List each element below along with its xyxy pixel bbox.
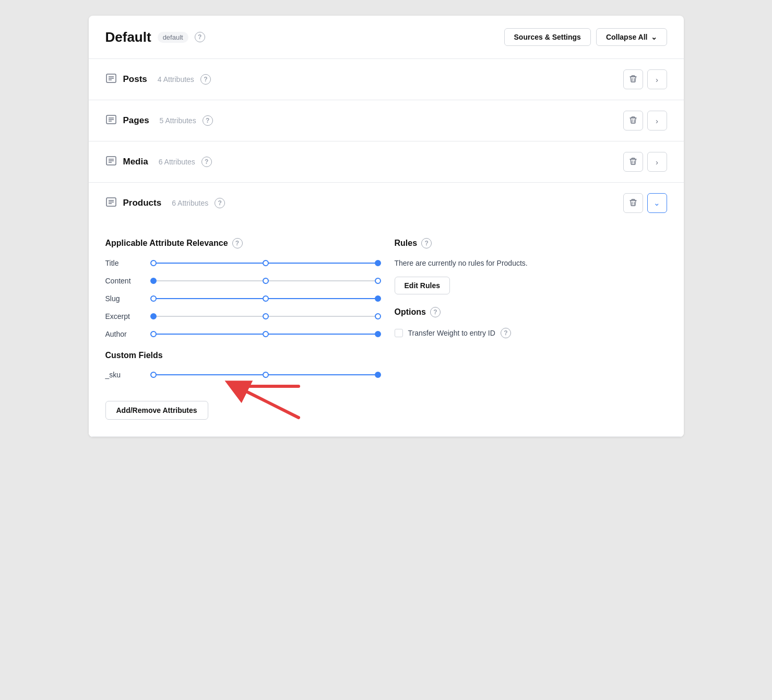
source-row-pages: Pages 5 Attributes ? › (89, 100, 684, 141)
title-help-icon[interactable]: ? (195, 32, 205, 42)
add-remove-attributes-button[interactable]: Add/Remove Attributes (105, 401, 208, 420)
rules-options-section: Rules ? There are currently no rules for… (395, 238, 667, 420)
trash-icon (629, 157, 637, 167)
attr-row-excerpt: Excerpt (105, 312, 378, 321)
slider-author[interactable] (153, 333, 378, 335)
posts-icon (105, 73, 117, 87)
page-title: Default (105, 29, 151, 45)
chevron-right-icon: › (656, 158, 658, 167)
media-delete-button[interactable] (623, 152, 643, 172)
pages-delete-button[interactable] (623, 111, 643, 130)
source-left-products: Products 6 Attributes ? (105, 196, 225, 210)
transfer-weight-label: Transfer Weight to entry ID (408, 329, 495, 337)
default-badge: default (158, 32, 188, 43)
slider-sku[interactable] (153, 374, 378, 376)
posts-expand-button[interactable]: › (647, 69, 667, 89)
slider-title[interactable] (153, 262, 378, 264)
products-name: Products (123, 198, 162, 208)
source-right-pages: › (623, 111, 667, 130)
card-header: Default default ? Sources & Settings Col… (89, 16, 684, 59)
chevron-right-icon: › (656, 75, 658, 84)
attr-label-title: Title (105, 259, 147, 267)
options-section: Options ? Transfer Weight to entry ID ? (395, 307, 667, 338)
source-row-media: Media 6 Attributes ? › (89, 141, 684, 183)
header-left: Default default ? (105, 29, 205, 45)
relevance-section: Applicable Attribute Relevance ? Title (105, 238, 378, 420)
options-help-icon[interactable]: ? (430, 307, 441, 317)
products-help-icon[interactable]: ? (215, 198, 225, 208)
posts-delete-button[interactable] (623, 69, 643, 89)
edit-rules-button[interactable]: Edit Rules (395, 277, 450, 294)
pages-attrs: 5 Attributes (160, 116, 196, 125)
attr-label-sku: _sku (105, 371, 147, 379)
attr-label-content: Content (105, 277, 147, 285)
products-expanded-section: Applicable Attribute Relevance ? Title (89, 223, 684, 437)
source-left-pages: Pages 5 Attributes ? (105, 114, 213, 128)
rules-help-icon[interactable]: ? (421, 238, 432, 248)
slider-content[interactable] (153, 280, 378, 282)
slider-slug[interactable] (153, 298, 378, 300)
transfer-weight-row: Transfer Weight to entry ID ? (395, 328, 667, 338)
media-attrs: 6 Attributes (159, 158, 195, 166)
attr-label-author: Author (105, 330, 147, 338)
products-icon (105, 196, 117, 210)
pages-icon (105, 114, 117, 128)
source-left-media: Media 6 Attributes ? (105, 155, 212, 169)
chevron-right-icon: › (656, 116, 658, 125)
attr-label-excerpt: Excerpt (105, 312, 147, 321)
collapse-all-label: Collapse All (606, 33, 648, 41)
attr-row-sku: _sku (105, 371, 378, 379)
source-row-products: Products 6 Attributes ? ⌄ (89, 183, 684, 223)
main-card: Default default ? Sources & Settings Col… (89, 16, 684, 437)
svg-line-17 (236, 386, 299, 418)
products-collapse-button[interactable]: ⌄ (647, 193, 667, 213)
posts-help-icon[interactable]: ? (200, 74, 211, 85)
pages-help-icon[interactable]: ? (203, 115, 213, 126)
products-delete-button[interactable] (623, 193, 643, 213)
sources-settings-button[interactable]: Sources & Settings (504, 28, 591, 46)
attr-row-author: Author (105, 330, 378, 338)
red-arrow-annotation (225, 376, 309, 428)
source-right-media: › (623, 152, 667, 172)
attr-row-content: Content (105, 277, 378, 285)
trash-icon (629, 116, 637, 126)
transfer-weight-checkbox[interactable] (395, 329, 403, 337)
posts-attrs: 4 Attributes (158, 75, 194, 84)
products-attrs: 6 Attributes (172, 199, 208, 207)
slider-excerpt[interactable] (153, 315, 378, 317)
expanded-grid: Applicable Attribute Relevance ? Title (105, 238, 667, 420)
custom-fields-title: Custom Fields (105, 351, 378, 360)
attr-row-title: Title (105, 259, 378, 267)
transfer-weight-help-icon[interactable]: ? (501, 328, 511, 338)
attr-row-slug: Slug (105, 294, 378, 303)
trash-icon (629, 198, 637, 208)
options-title: Options ? (395, 307, 667, 317)
media-name: Media (123, 157, 148, 167)
trash-icon (629, 75, 637, 85)
attr-label-slug: Slug (105, 294, 147, 303)
media-expand-button[interactable]: › (647, 152, 667, 172)
posts-name: Posts (123, 74, 147, 85)
media-help-icon[interactable]: ? (201, 157, 212, 167)
source-right-posts: › (623, 69, 667, 89)
chevron-down-icon: ⌄ (651, 33, 657, 41)
relevance-title: Applicable Attribute Relevance ? (105, 238, 378, 248)
source-row-posts: Posts 4 Attributes ? › (89, 59, 684, 100)
rules-empty-text: There are currently no rules for Product… (395, 259, 667, 267)
chevron-down-icon: ⌄ (654, 198, 660, 208)
source-left-posts: Posts 4 Attributes ? (105, 73, 211, 87)
relevance-help-icon[interactable]: ? (232, 238, 243, 248)
media-icon (105, 155, 117, 169)
source-right-products: ⌄ (623, 193, 667, 213)
pages-name: Pages (123, 115, 149, 126)
header-right: Sources & Settings Collapse All ⌄ (504, 28, 667, 46)
custom-fields-section: Custom Fields _sku (105, 351, 378, 379)
collapse-all-button[interactable]: Collapse All ⌄ (596, 28, 667, 46)
rules-title: Rules ? (395, 238, 667, 248)
pages-expand-button[interactable]: › (647, 111, 667, 130)
